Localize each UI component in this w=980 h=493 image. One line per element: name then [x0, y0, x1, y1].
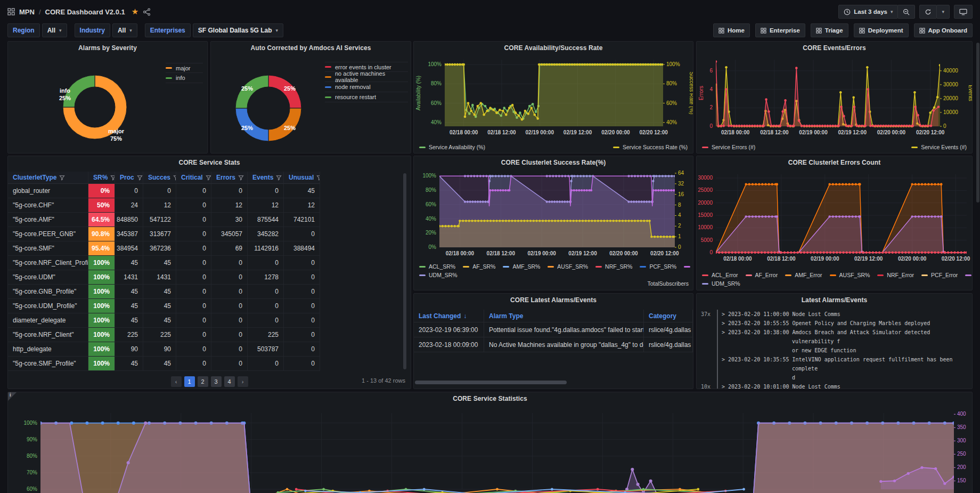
- variable-label[interactable]: Enterprises: [145, 23, 191, 37]
- column-header-last-changed[interactable]: Last Changed ↓: [414, 310, 484, 322]
- panel-title[interactable]: CORE Availability/Success Rate: [414, 42, 693, 54]
- panel-title[interactable]: CORE Events/Errors: [697, 42, 972, 54]
- legend-item-NRF-SR-[interactable]: NRF_SR%: [595, 263, 632, 270]
- dashboard-link-home[interactable]: Home: [713, 23, 750, 37]
- column-header-critical[interactable]: Critical: [176, 172, 211, 184]
- filter-funnel-icon[interactable]: [206, 175, 211, 181]
- pagination-page-4[interactable]: 4: [224, 376, 235, 387]
- table-row[interactable]: http_delegate100%9090005037870: [8, 342, 320, 357]
- filter-funnel-icon[interactable]: [276, 175, 282, 181]
- dashboard-link-app-onboard[interactable]: App Onboard: [914, 23, 973, 37]
- log-row[interactable]: 10x> 2023-02-20 10:01:00 Node Lost Comms: [701, 382, 970, 389]
- variable-value-dropdown[interactable]: SF Global Dallas 5G Lab▾: [193, 23, 283, 37]
- panel-info-corner[interactable]: i: [8, 392, 17, 401]
- legend-item-info[interactable]: info: [166, 73, 203, 83]
- panel-title[interactable]: Auto Corrected by Amdocs AI Services: [211, 42, 411, 54]
- legend-item-ACL-SR-[interactable]: ACL_SR%: [419, 263, 455, 270]
- variable-label[interactable]: Industry: [75, 23, 110, 37]
- variable-value-dropdown[interactable]: All▾: [112, 23, 137, 37]
- log-row[interactable]: 37x> 2023-02-20 11:00:00 Node Lost Comms: [701, 310, 970, 319]
- filter-funnel-icon[interactable]: [137, 175, 143, 181]
- panel-title[interactable]: Latest Alarms/Events: [697, 294, 972, 306]
- log-row[interactable]: > 2023-02-20 10:35:55 IntelVINO applicat…: [701, 355, 970, 382]
- legend-item-TotalSubscribers[interactable]: TotalSubscribers: [647, 280, 689, 287]
- filter-funnel-icon[interactable]: [59, 175, 65, 181]
- table-row[interactable]: "5g-core.UDM_Profile"100%45450000: [8, 299, 320, 313]
- zoom-out-button[interactable]: [897, 5, 915, 19]
- variable-label[interactable]: Region: [7, 23, 40, 37]
- legend-item-AF-SR-[interactable]: AF_SR%: [463, 263, 495, 270]
- log-row[interactable]: > 2023-02-20 10:38:00 Amdocs Breach and …: [701, 328, 970, 355]
- legend-item-Service-Events-[interactable]: Service Events (#): [911, 144, 967, 150]
- time-range-picker[interactable]: Last 3 days ▾: [838, 5, 898, 19]
- table-row[interactable]: "5g-core.SMF"95.4%3849543672360691142916…: [8, 241, 320, 256]
- column-header-errors[interactable]: Errors: [211, 172, 248, 184]
- legend-item-ACL-Error[interactable]: ACL_Error: [702, 272, 738, 278]
- pagination-next-button[interactable]: ›: [238, 376, 248, 387]
- filter-funnel-icon[interactable]: [316, 175, 320, 181]
- legend-item-SMF-Error[interactable]: SMF_Error: [965, 272, 973, 278]
- legend-item-AF-Error[interactable]: AF_Error: [746, 272, 778, 278]
- horizontal-scrollbar[interactable]: [415, 381, 567, 384]
- column-header-events[interactable]: Events: [248, 172, 284, 184]
- column-header-alarm-type[interactable]: Alarm Type: [484, 310, 644, 322]
- legend-item-node-removal[interactable]: node removal: [325, 82, 408, 92]
- table-row[interactable]: "5g-core.NRF_Client"100%225225002250: [8, 328, 320, 342]
- legend-item-Service-Errors-[interactable]: Service Errors (#): [702, 144, 755, 150]
- panel-title[interactable]: CORE Service Stats: [8, 156, 411, 169]
- legend-item-SMF-SR-[interactable]: SMF_SR%: [684, 263, 693, 270]
- table-row[interactable]: 2023-02-18 00:09:00No Active Machines av…: [414, 337, 693, 352]
- column-header-unusual[interactable]: Unusual: [284, 172, 320, 184]
- column-header-category[interactable]: Category: [644, 310, 693, 322]
- legend-item-UDM-SR-[interactable]: UDM_SR%: [419, 272, 458, 278]
- page-scrollbar[interactable]: [976, 43, 979, 203]
- table-row[interactable]: "5g-core.PEER_GNB"90.8%34538731367703450…: [8, 227, 320, 241]
- table-row[interactable]: "5g-core.UDM"100%143114310012780: [8, 270, 320, 285]
- panel-title[interactable]: CORE Service Statistics: [8, 392, 972, 405]
- dashboard-link-enterprise[interactable]: Enterprise: [755, 23, 805, 37]
- table-row[interactable]: "5g-core.AMF"64.5%8488505471220308755447…: [8, 213, 320, 227]
- legend-item-AMF-SR-[interactable]: AMF_SR%: [503, 263, 540, 270]
- legend-item-Service-Success-Rate-[interactable]: Service Success Rate (%): [613, 144, 688, 150]
- pagination-page-3[interactable]: 3: [211, 376, 222, 387]
- column-header-proc[interactable]: Proc: [115, 172, 143, 184]
- legend-item-major[interactable]: major: [166, 63, 203, 73]
- column-header-sr%[interactable]: SR%: [88, 172, 115, 184]
- pagination-prev-button[interactable]: ‹: [171, 376, 182, 387]
- table-row[interactable]: "5g-core.GNB_Profile"100%45450000: [8, 285, 320, 299]
- pagination-page-1[interactable]: 1: [184, 376, 195, 387]
- table-row[interactable]: "5g-core.CHF"50%24120121212: [8, 198, 320, 213]
- refresh-interval-dropdown[interactable]: ▾: [936, 5, 950, 19]
- legend-item-PCF-Error[interactable]: PCF_Error: [921, 272, 958, 278]
- log-row[interactable]: > 2023-02-20 10:55:55 Openet Policy and …: [701, 319, 970, 328]
- legend-item-Service-Availability-[interactable]: Service Availability (%): [419, 144, 485, 150]
- dashboard-link-triage[interactable]: Triage: [811, 23, 848, 37]
- share-icon[interactable]: [143, 8, 151, 16]
- variable-value-dropdown[interactable]: All▾: [42, 23, 67, 37]
- panel-title[interactable]: CORE Clusterlet Errors Count: [697, 156, 972, 169]
- legend-item-AUSF-SR-[interactable]: AUSF_SR%: [548, 263, 588, 270]
- column-header-clusterlettype[interactable]: ClusterletType: [8, 172, 88, 184]
- apps-grid-icon[interactable]: [7, 8, 15, 15]
- table-row[interactable]: global_router0%0000045: [8, 184, 320, 198]
- favorite-star-icon[interactable]: ★: [132, 7, 138, 17]
- legend-item-PCF-SR-[interactable]: PCF_SR%: [640, 263, 676, 270]
- pagination-page-2[interactable]: 2: [198, 376, 208, 387]
- filter-funnel-icon[interactable]: [110, 175, 115, 181]
- legend-item-no-active-machines-available[interactable]: no active machines available: [325, 72, 408, 82]
- breadcrumb-section[interactable]: MPN: [19, 8, 35, 16]
- filter-funnel-icon[interactable]: [238, 175, 244, 181]
- table-row[interactable]: 2023-02-19 06:39:00Pottential issue foun…: [414, 322, 693, 337]
- refresh-button[interactable]: [919, 5, 937, 19]
- table-scrollbar[interactable]: [403, 173, 406, 369]
- table-row[interactable]: diameter_delegate100%45450000: [8, 313, 320, 328]
- tv-mode-button[interactable]: [954, 5, 973, 19]
- legend-item-AMF-Error[interactable]: AMF_Error: [785, 272, 822, 278]
- legend-item-UDM-SR-[interactable]: UDM_SR%: [702, 280, 740, 287]
- panel-title[interactable]: CORE Latest Alarms/Events: [414, 294, 693, 306]
- table-row[interactable]: "5g-core.NRF_Client_Profi...100%45450000: [8, 256, 320, 270]
- dashboard-link-deployment[interactable]: Deployment: [854, 23, 909, 37]
- legend-item-AUSF-SR-[interactable]: AUSF_SR%: [830, 272, 870, 278]
- legend-item-NRF-Error[interactable]: NRF_Error: [877, 272, 914, 278]
- legend-item-resource-restart[interactable]: resource restart: [325, 92, 408, 102]
